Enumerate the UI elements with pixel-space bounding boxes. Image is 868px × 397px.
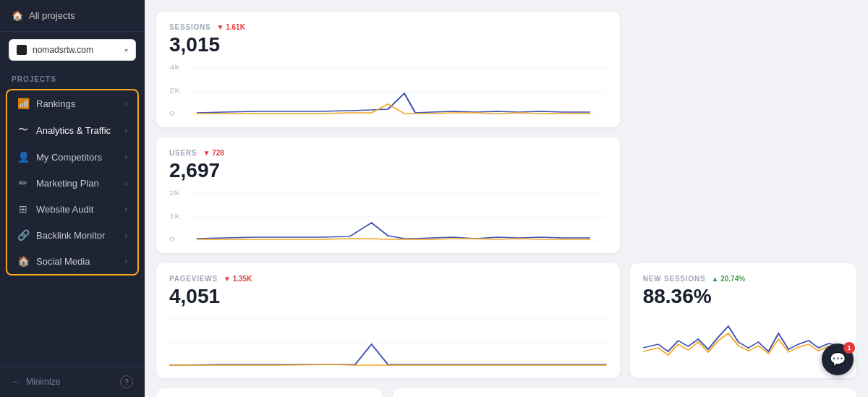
svg-text:2k: 2k (169, 189, 180, 196)
svg-text:1k: 1k (169, 213, 180, 219)
sessions-chart: 4k 2k 0 (169, 61, 607, 119)
sidebar-item-label: Analytics & Traffic (36, 125, 118, 136)
metric-card-pageviews: PAGEVIEWS ▼ 1.35K 4,051 (156, 263, 620, 379)
help-icon[interactable]: ? (120, 375, 133, 388)
chevron-down-icon: › (125, 179, 127, 187)
users-chart: 2k 1k 0 (169, 187, 607, 244)
bar-chart-icon: 📶 (17, 98, 29, 109)
users-svg: 2k 1k 0 (169, 187, 607, 244)
pageviews-badge: ▼ 1.35K (224, 275, 252, 283)
chat-button[interactable]: 💬 1 (822, 343, 854, 375)
sidebar: 🏠 All projects nomadsrtw.com ▾ PROJECTS … (0, 0, 145, 397)
analytics-icon: 〜 (17, 124, 29, 137)
marketing-icon: ✏ (17, 177, 29, 189)
new-sessions-value: 88.36% (643, 286, 843, 308)
social-icon: 🏠 (17, 255, 29, 267)
sessions-label: SESSIONS (169, 23, 211, 31)
all-projects-label: All projects (29, 10, 75, 21)
chevron-down-icon: › (125, 153, 127, 161)
metric-header-users: USERS ▼ 728 (169, 149, 607, 157)
new-sessions-badge: ▲ 20.74% (712, 275, 746, 283)
chevron-down-icon: › (125, 127, 127, 135)
project-name: nomadsrtw.com (33, 45, 119, 55)
pageviews-svg (169, 312, 607, 370)
chevron-down-icon: › (125, 231, 127, 239)
all-projects-link[interactable]: 🏠 All projects (0, 0, 145, 32)
sidebar-item-social[interactable]: 🏠 Social Media › (7, 248, 137, 274)
metric-card-sessions: SESSIONS ▼ 1.61K 3,015 4k 2k 0 (156, 12, 620, 127)
metric-header-pageviews: PAGEVIEWS ▼ 1.35K (169, 275, 607, 283)
metric-card-users: USERS ▼ 728 2,697 2k 1k 0 (156, 137, 620, 253)
competitors-icon: 👤 (17, 151, 29, 163)
sidebar-item-label: Rankings (36, 98, 118, 109)
sidebar-item-audit[interactable]: ⊞ Website Audit › (7, 196, 137, 222)
sidebar-item-rankings[interactable]: 📶 Rankings › (7, 90, 137, 116)
sidebar-nav: 📶 Rankings › 〜 Analytics & Traffic › 👤 M… (6, 89, 139, 276)
pageviews-chart (169, 312, 607, 370)
sidebar-item-label: Social Media (36, 256, 118, 267)
svg-text:2k: 2k (169, 87, 180, 93)
chevron-down-icon: › (125, 257, 127, 265)
svg-text:0: 0 (169, 110, 175, 116)
pageviews-label: PAGEVIEWS (169, 275, 218, 283)
project-color (17, 45, 27, 55)
sidebar-item-label: My Competitors (36, 152, 118, 163)
metric-header-sessions: SESSIONS ▼ 1.61K (169, 23, 607, 31)
sidebar-item-analytics[interactable]: 〜 Analytics & Traffic › (7, 116, 137, 144)
sidebar-item-competitors[interactable]: 👤 My Competitors › (7, 144, 137, 170)
minimize-icon: ← (12, 377, 20, 387)
svg-text:4k: 4k (169, 64, 180, 70)
sidebar-item-marketing[interactable]: ✏ Marketing Plan › (7, 170, 137, 196)
backlink-icon: 🔗 (17, 229, 29, 241)
new-sessions-svg (643, 312, 843, 370)
main-content: SESSIONS ▼ 1.61K 3,015 4k 2k 0 (145, 0, 868, 397)
projects-section-label: PROJECTS (0, 68, 145, 86)
sidebar-item-label: Website Audit (36, 204, 118, 215)
svg-text:0: 0 (169, 236, 175, 242)
project-selector[interactable]: nomadsrtw.com ▾ (9, 39, 136, 61)
sessions-badge: ▼ 1.61K (217, 23, 245, 31)
chevron-down-icon: › (125, 100, 127, 108)
audit-icon: ⊞ (17, 203, 29, 215)
chevron-down-icon: ▾ (124, 46, 128, 54)
metric-header-new-sessions: NEW SESSIONS ▲ 20.74% (643, 275, 843, 283)
users-value: 2,697 (169, 160, 607, 182)
new-sessions-label: NEW SESSIONS (643, 275, 706, 283)
chat-badge: 1 (843, 342, 855, 354)
metric-card-avg-session: AVG. SESSION DURATION ▲ 18s 00:00:54 (393, 388, 856, 397)
sidebar-item-backlink[interactable]: 🔗 Backlink Monitor › (7, 222, 137, 248)
pageviews-value: 4,051 (169, 286, 607, 308)
home-icon: 🏠 (12, 10, 23, 21)
minimize-label: Minimize (26, 377, 60, 387)
chevron-down-icon: › (125, 205, 127, 213)
users-badge: ▼ 728 (203, 149, 224, 157)
sidebar-footer[interactable]: ← Minimize ? (0, 366, 145, 397)
sidebar-item-label: Marketing Plan (36, 178, 118, 189)
metric-card-goals: GOALS 0 (156, 388, 383, 397)
minimize-section: ← Minimize (12, 377, 60, 387)
sessions-svg: 4k 2k 0 (169, 61, 607, 119)
new-sessions-chart (643, 312, 843, 370)
chat-icon: 💬 (830, 351, 846, 367)
sidebar-item-label: Backlink Monitor (36, 230, 118, 241)
sessions-value: 3,015 (169, 34, 607, 56)
metrics-grid: SESSIONS ▼ 1.61K 3,015 4k 2k 0 (156, 12, 856, 397)
users-label: USERS (169, 149, 197, 157)
